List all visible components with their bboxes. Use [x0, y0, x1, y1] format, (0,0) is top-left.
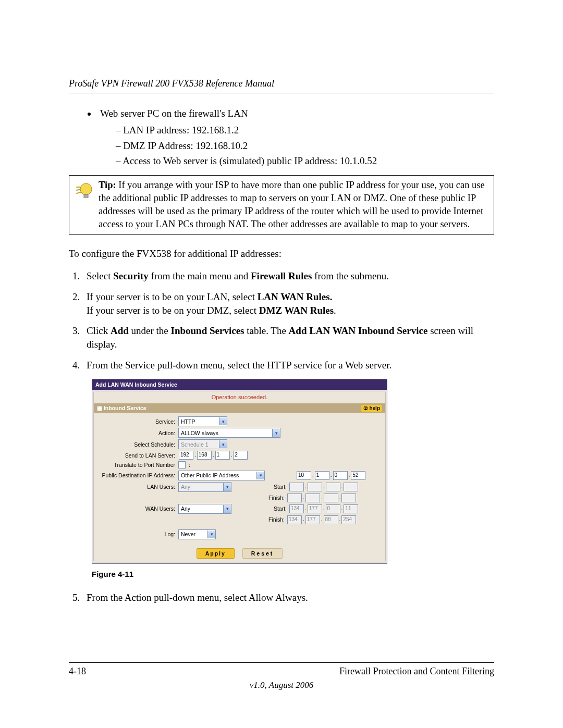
panel-content: Operation succeeded. ▦ Inbound Service ②…	[93, 391, 386, 562]
step-2: If your server is to be on your LAN, sel…	[82, 290, 494, 317]
ip-octet-input[interactable]: 1	[315, 471, 329, 480]
schedule-select: Schedule 1 ▾	[178, 439, 227, 449]
page-header: ProSafe VPN Firewall 200 FVX538 Referenc…	[69, 77, 494, 93]
service-label: Service:	[97, 418, 178, 425]
action-value: ALLOW always	[181, 429, 218, 437]
bullet-list: Web server PC on the firewall's LAN LAN …	[69, 107, 494, 168]
steps-list-cont: From the Action pull-down menu, select A…	[69, 591, 494, 604]
bold: Add	[111, 325, 129, 336]
chevron-down-icon: ▾	[272, 429, 280, 437]
ip-octet-input[interactable]: 168	[197, 451, 212, 460]
service-select[interactable]: HTTP ▾	[178, 416, 227, 426]
pubdest-label: Public Destination IP Address:	[97, 472, 178, 479]
finish-label: Finish:	[261, 494, 287, 501]
bullet-text: Web server PC on the firewall's LAN	[100, 108, 248, 119]
text: from the submenu.	[312, 270, 389, 281]
apply-button[interactable]: Apply	[197, 548, 235, 559]
text: .	[334, 305, 336, 316]
chevron-down-icon: ▾	[207, 530, 215, 538]
text: If your server is to be on your LAN, sel…	[87, 291, 258, 302]
log-select[interactable]: Never ▾	[178, 529, 216, 539]
lanusers-select: Any ▾	[178, 482, 231, 492]
sub-bullet: DMZ IP Address: 192.168.10.2	[116, 139, 494, 153]
section-title-text: Inbound Service	[104, 405, 146, 411]
sub-bullet: Access to Web server is (simulated) publ…	[116, 154, 494, 168]
translate-checkbox[interactable]	[178, 461, 186, 468]
panel-title: Add LAN WAN Inbound Service	[92, 379, 387, 390]
help-label: help	[369, 405, 380, 411]
wanusers-select[interactable]: Any ▾	[178, 504, 231, 514]
text: Select	[87, 270, 113, 281]
chevron-down-icon: ▾	[223, 505, 231, 513]
ip-octet-input: 0	[326, 504, 340, 513]
step-3: Click Add under the Inbound Services tab…	[82, 324, 494, 351]
ip-octet-input[interactable]: 0	[333, 471, 348, 480]
ip-octet-input	[326, 483, 340, 491]
tip-body: If you arrange with your ISP to have mor…	[99, 180, 485, 229]
reset-button[interactable]: Reset	[242, 548, 283, 559]
ip-octet-input: 11	[344, 504, 358, 513]
tip-prefix: Tip:	[99, 180, 116, 190]
inbound-service-panel: Add LAN WAN Inbound Service Operation su…	[92, 379, 387, 564]
translate-label: Translate to Port Number	[97, 461, 178, 468]
log-label: Log:	[97, 530, 178, 538]
ip-octet-input	[305, 493, 320, 502]
page: ProSafe VPN Firewall 200 FVX538 Referenc…	[0, 0, 563, 728]
section-header: ▦ Inbound Service ② help	[94, 403, 385, 413]
tip-text: Tip: If you arrange with your ISP to hav…	[99, 176, 494, 234]
ip-octet-input[interactable]: 52	[351, 471, 365, 480]
page-footer: 4-18 Firewall Protection and Content Fil…	[69, 662, 494, 692]
service-value: HTTP	[181, 418, 195, 425]
figure-caption: Figure 4-11	[92, 569, 494, 579]
chevron-down-icon: ▾	[223, 483, 231, 491]
lanusers-value: Any	[181, 483, 190, 490]
bold: Inbound Services	[171, 325, 244, 336]
ip-octet-input	[287, 493, 302, 502]
ip-octet-input[interactable]: 10	[297, 471, 311, 480]
button-bar: Apply Reset	[94, 546, 385, 562]
ip-octet-input[interactable]: 2	[233, 451, 248, 460]
steps-list: Select Security from the main menu and F…	[69, 269, 494, 372]
bold: Security	[113, 270, 149, 281]
ip-octet-input: 88	[324, 515, 338, 524]
bold: DMZ WAN Rules	[259, 305, 334, 316]
ip-octet-input	[341, 493, 356, 502]
step-4: From the Service pull-down menu, select …	[82, 359, 494, 372]
step-1: Select Security from the main menu and F…	[82, 269, 494, 283]
text: If your server is to be on your DMZ, sel…	[87, 305, 259, 316]
wanusers-label: WAN Users:	[97, 505, 178, 512]
sub-bullet-list: LAN IP address: 192.168.1.2 DMZ IP Addre…	[100, 124, 494, 168]
finish-label: Finish:	[261, 516, 287, 523]
start-label: Start:	[263, 483, 289, 490]
bold: Add LAN WAN Inbound Service	[289, 325, 428, 336]
section-title: ▦ Inbound Service	[97, 404, 146, 412]
log-value: Never	[181, 530, 195, 538]
lightbulb-icon	[69, 176, 99, 208]
sub-bullet: LAN IP address: 192.168.1.2	[116, 124, 494, 137]
version: v1.0, August 2006	[69, 680, 494, 692]
tip-box: Tip: If you arrange with your ISP to hav…	[69, 175, 494, 235]
help-button[interactable]: ② help	[361, 405, 382, 412]
wanusers-value: Any	[181, 505, 190, 512]
action-label: Action:	[97, 429, 178, 437]
pubdest-select[interactable]: Other Public IP Address ▾	[178, 471, 265, 480]
bold: LAN WAN Rules.	[258, 291, 333, 302]
bold: Firewall Rules	[251, 270, 312, 281]
page-number: 4-18	[69, 665, 86, 677]
action-select[interactable]: ALLOW always ▾	[178, 428, 280, 438]
pubdest-value: Other Public IP Address	[181, 472, 239, 479]
svg-rect-1	[84, 194, 88, 198]
bullet-item: Web server PC on the firewall's LAN LAN …	[97, 107, 494, 168]
configure-intro: To configure the FVX538 for additional I…	[69, 247, 494, 261]
ip-octet-input[interactable]: 192	[179, 451, 193, 460]
schedule-value: Schedule 1	[181, 441, 209, 448]
start-label: Start:	[263, 505, 289, 512]
ip-octet-input	[289, 483, 304, 491]
text: table. The	[244, 325, 288, 336]
ip-octet-input: 177	[308, 504, 322, 513]
form-table: Service: HTTP ▾ Action: ALLOW always ▾ S…	[94, 413, 391, 546]
text: Click	[87, 325, 111, 336]
ip-octet-input[interactable]: 1	[215, 451, 230, 460]
schedule-label: Select Schedule:	[97, 441, 178, 448]
pubdest-ip: 10. 1. 0. 52	[296, 471, 366, 480]
